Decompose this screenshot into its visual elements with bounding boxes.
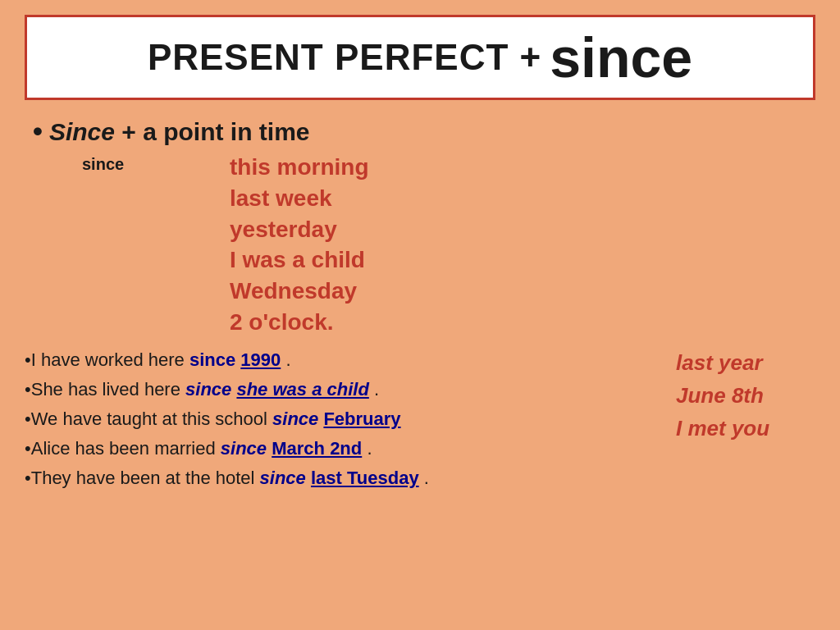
right-1: last year [676,346,763,379]
since-examples: this morning last week yesterday I was a… [230,152,369,338]
s1-since: since [189,349,235,370]
since-label: since [82,152,230,338]
s1-highlight: 1990 [240,349,281,370]
example-5: Wednesday [230,276,369,307]
s5-before: •They have been at the hotel [25,468,260,488]
example-6: 2 o'clock. [230,307,369,338]
sentence-2: •She has lived here since she was a chil… [25,376,676,404]
s2-since: since [185,379,231,399]
s5-highlight: last Tuesday [311,468,419,488]
sentence-4: •Alice has been married since March 2nd … [25,435,676,463]
s3-before: •We have taught at this school [25,409,272,429]
s4-highlight: March 2nd [272,438,362,459]
example-1: this morning [230,152,369,183]
bullet-main: • Since + a point in time [33,115,815,147]
since-grid: since this morning last week yesterday I… [82,152,815,338]
bullet-label: Since + a point in time [49,118,310,146]
title-prefix: PRESENT PERFECT + [148,37,541,78]
sentence-5: •They have been at the hotel since last … [25,464,676,492]
example-4: I was a child [230,244,369,276]
s4-after: . [367,438,372,459]
since-italic-label: Since [49,118,115,145]
right-3: I met you [676,412,769,445]
title-box: PRESENT PERFECT + since [25,15,815,100]
sentences-section: •I have worked here since 1990 . •She ha… [25,346,815,494]
example-3: yesterday [230,214,369,245]
bullet-dot: • [33,115,43,147]
s3-highlight: February [323,409,400,429]
s4-before: •Alice has been married [25,438,221,459]
s5-since: since [260,468,306,488]
title-since: since [550,25,692,89]
s1-before: •I have worked here [25,349,189,370]
s5-after: . [424,468,429,488]
sentence-1: •I have worked here since 1990 . [25,346,676,374]
bullet-rest: + a point in time [121,118,309,145]
s2-highlight: she was a child [236,379,368,399]
bullet-section: • Since + a point in time since this mor… [33,115,815,338]
sentences-right: last year June 8th I met you [676,346,815,445]
s1-after: . [285,349,290,370]
s2-after: . [374,379,379,399]
s4-since: since [221,438,267,459]
right-2: June 8th [676,379,764,412]
sentence-3: •We have taught at this school since Feb… [25,405,676,433]
example-2: last week [230,183,369,214]
sentences-left: •I have worked here since 1990 . •She ha… [25,346,676,494]
s2-before: •She has lived here [25,379,185,399]
s3-since: since [272,409,318,429]
